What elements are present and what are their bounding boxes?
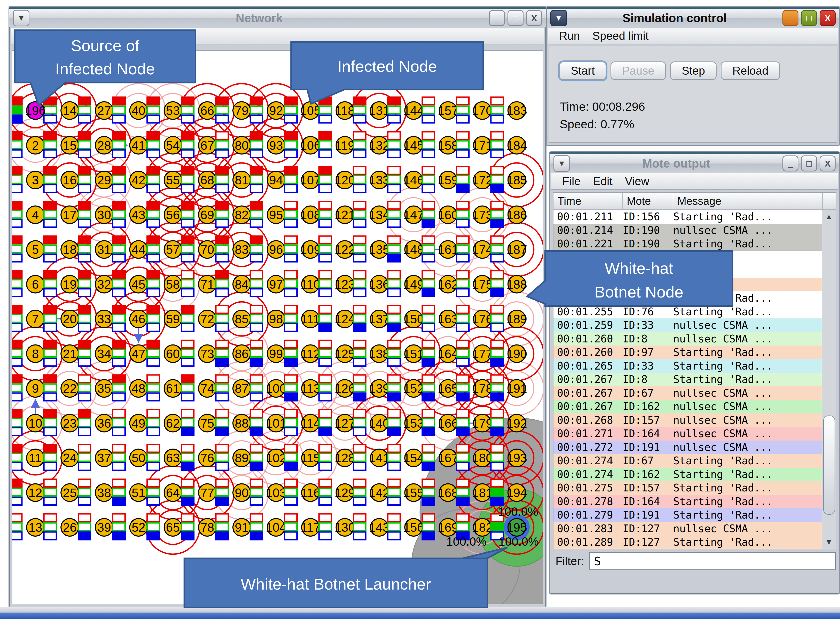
- mote-node[interactable]: 142: [354, 479, 389, 505]
- mote-node[interactable]: 72: [182, 305, 216, 331]
- mote-node[interactable]: 143: [354, 514, 389, 540]
- log-row[interactable]: 00:01.267ID:8Starting 'Rad...: [554, 373, 822, 386]
- mote-node[interactable]: 12: [12, 479, 44, 505]
- mote-node[interactable]: 5: [12, 236, 44, 262]
- mote-node[interactable]: 156: [388, 514, 424, 540]
- mote-node[interactable]: 159: [422, 167, 458, 192]
- mote-node[interactable]: 64: [147, 479, 182, 505]
- mote-node[interactable]: 161: [422, 236, 458, 262]
- mote-node[interactable]: 50: [113, 444, 148, 470]
- log-row[interactable]: 00:01.278ID:164Starting 'Rad...: [554, 495, 822, 508]
- mote-node[interactable]: 136: [354, 271, 389, 297]
- log-row[interactable]: 00:01.271ID:164nullsec CSMA ...: [554, 427, 822, 441]
- mote-node[interactable]: 39: [78, 514, 113, 540]
- network-map[interactable]: 1234567891011121314151617181920212223242…: [12, 51, 543, 604]
- log-rows[interactable]: 00:01.211ID:156Starting 'Rad...00:01.214…: [554, 210, 822, 549]
- log-row[interactable]: 00:01.289ID:127Starting 'Rad...: [554, 535, 822, 549]
- column-header-time[interactable]: Time: [554, 193, 623, 209]
- mote-node[interactable]: 25: [44, 479, 79, 505]
- network-titlebar[interactable]: ▼ Network _ □ X: [9, 9, 546, 27]
- mote-node[interactable]: 122: [319, 236, 355, 262]
- mote-node[interactable]: 149: [388, 271, 424, 297]
- mote-node[interactable]: 187: [491, 236, 527, 262]
- minimize-button[interactable]: _: [489, 10, 505, 26]
- log-row[interactable]: 00:01.275ID:157Starting 'Rad...: [554, 481, 822, 495]
- mote-node[interactable]: 145: [388, 132, 424, 158]
- mote-node[interactable]: 107: [285, 167, 321, 192]
- log-row[interactable]: 00:01.265ID:33Starting 'Rad...: [554, 359, 822, 373]
- log-row[interactable]: CSMA ...: [554, 278, 822, 292]
- mote-node[interactable]: 76: [182, 444, 216, 470]
- mote-node[interactable]: 2: [12, 132, 44, 158]
- mote-node[interactable]: 144: [388, 97, 424, 123]
- mote-node[interactable]: 137: [354, 305, 389, 331]
- mote-node[interactable]: 19: [44, 271, 79, 297]
- minimize-button[interactable]: _: [782, 155, 798, 172]
- mote-node[interactable]: 22: [44, 375, 79, 401]
- mote-node[interactable]: 175: [457, 271, 493, 297]
- mote-output-titlebar[interactable]: ▼ Mote output _ □ X: [550, 154, 839, 173]
- log-row[interactable]: 00:01.214ID:190nullsec CSMA ...: [554, 224, 822, 237]
- log-row[interactable]: 00:01.259ID:33nullsec CSMA ...: [554, 318, 822, 332]
- menu-file[interactable]: File: [562, 175, 580, 188]
- mote-node[interactable]: 121: [319, 202, 355, 227]
- window-menu-dropdown-icon[interactable]: ▼: [551, 10, 567, 26]
- mote-node[interactable]: 135: [354, 236, 389, 262]
- mote-node[interactable]: 158: [422, 132, 458, 158]
- mote-node[interactable]: 120: [319, 167, 355, 192]
- mote-node[interactable]: 154: [388, 444, 424, 470]
- mote-node[interactable]: 131: [354, 97, 389, 123]
- mote-node[interactable]: 108: [285, 202, 321, 227]
- vertical-scrollbar[interactable]: ▲ ▼: [822, 210, 836, 549]
- mote-node[interactable]: 16: [44, 167, 79, 192]
- log-row[interactable]: 00:01.267ID:67nullsec CSMA ...: [554, 386, 822, 400]
- menu-view[interactable]: View: [625, 175, 649, 188]
- log-row[interactable]: 00:01.211ID:156Starting 'Rad...: [554, 210, 822, 224]
- mote-node[interactable]: 111: [285, 305, 320, 331]
- scrollbar-thumb[interactable]: [823, 416, 835, 515]
- scroll-down-icon[interactable]: ▼: [822, 535, 836, 549]
- mote-node[interactable]: 133: [354, 167, 389, 192]
- mote-node[interactable]: 185: [491, 167, 527, 192]
- column-header-message[interactable]: Message: [673, 193, 823, 209]
- window-menu-dropdown-icon[interactable]: ▼: [554, 155, 570, 172]
- mote-node[interactable]: 119: [319, 132, 355, 158]
- log-row[interactable]: 00:01.279ID:191Starting 'Rad...: [554, 508, 822, 522]
- mote-node[interactable]: 109: [285, 236, 321, 262]
- mote-node[interactable]: 97: [250, 271, 285, 297]
- column-header-mote[interactable]: Mote: [623, 193, 673, 209]
- mote-node[interactable]: 51: [113, 479, 148, 505]
- step-button[interactable]: Step: [670, 61, 717, 80]
- simulation-control-titlebar[interactable]: ▼ Simulation control _ □ X: [547, 9, 839, 27]
- log-row[interactable]: 00:01.221ID:190Starting 'Rad...: [554, 237, 822, 251]
- mote-node[interactable]: 49: [113, 410, 148, 436]
- log-row[interactable]: 00:01.274ID:67Starting 'Rad...: [554, 454, 822, 468]
- close-button[interactable]: X: [526, 10, 542, 26]
- mote-node[interactable]: 38: [78, 479, 113, 505]
- mote-node[interactable]: 129: [319, 479, 355, 505]
- mote-node[interactable]: 89: [216, 444, 251, 470]
- log-row[interactable]: 00:01.283ID:127nullsec CSMA ...: [554, 522, 822, 535]
- network-map-canvas[interactable]: 1234567891011121314151617181920212223242…: [12, 50, 543, 604]
- mote-node[interactable]: 173: [457, 202, 493, 227]
- mote-node[interactable]: 13: [12, 514, 44, 540]
- mote-node[interactable]: 62: [147, 410, 182, 436]
- mote-node[interactable]: 28: [78, 132, 113, 158]
- mote-node[interactable]: 40: [113, 97, 148, 123]
- close-button[interactable]: X: [820, 155, 836, 172]
- log-row[interactable]: 00:01.268ID:157nullsec CSMA ...: [554, 413, 822, 427]
- mote-node[interactable]: 105: [285, 97, 321, 123]
- mote-node[interactable]: 123: [319, 271, 355, 297]
- menu-run[interactable]: Run: [559, 30, 580, 42]
- maximize-button[interactable]: □: [801, 155, 817, 172]
- log-row[interactable]: 00:01.255ID:76Starting 'Rad...: [554, 305, 822, 318]
- mote-node[interactable]: 8: [12, 340, 44, 366]
- mote-node[interactable]: 6: [12, 271, 44, 297]
- start-button[interactable]: Start: [559, 61, 606, 80]
- mote-node[interactable]: 134: [354, 202, 389, 227]
- mote-node[interactable]: 104: [250, 514, 286, 540]
- mote-node[interactable]: 3: [12, 167, 44, 192]
- table-header[interactable]: Time Mote Message: [554, 193, 836, 210]
- pause-button[interactable]: Pause: [610, 61, 666, 80]
- window-menu-dropdown-icon[interactable]: ▼: [13, 10, 30, 26]
